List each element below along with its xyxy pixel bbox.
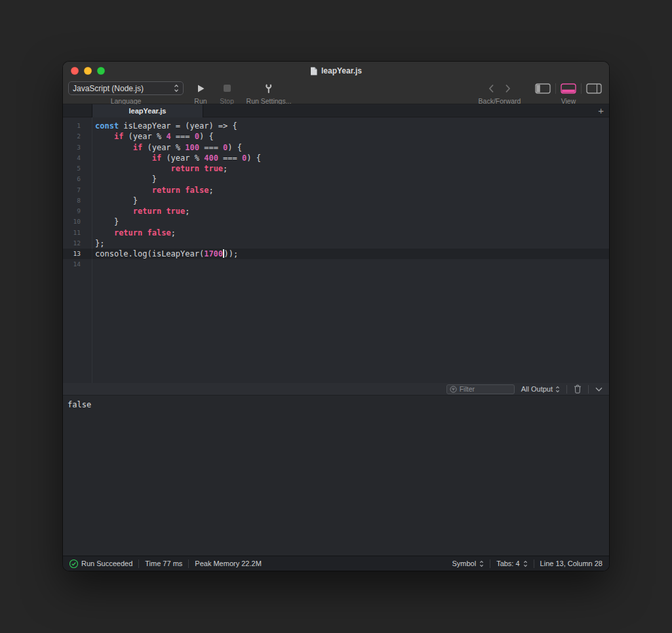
language-select[interactable]: JavaScript (Node.js) (68, 81, 184, 95)
run-button[interactable] (197, 81, 205, 95)
tabs-select[interactable]: Tabs: 4 (496, 560, 527, 567)
code-line-3[interactable]: 3 if (year % 100 === 0) { (63, 142, 609, 153)
run-status: Run Succeeded (69, 560, 132, 568)
line-number: 2 (63, 131, 92, 142)
document-icon (310, 67, 317, 75)
code-line-8[interactable]: 8 } (63, 195, 609, 206)
console-output: false (68, 399, 609, 410)
code-line-14[interactable]: 14 (63, 259, 609, 270)
forward-button[interactable] (505, 84, 511, 93)
strip-divider (566, 385, 567, 394)
line-number: 3 (63, 142, 92, 153)
stop-button[interactable] (224, 81, 231, 95)
view-divider (581, 83, 582, 94)
code-line-13[interactable]: 13console.log(isLeapYear(1700)); (63, 249, 609, 259)
status-divider (138, 560, 139, 568)
language-select-value: JavaScript (Node.js) (73, 84, 144, 93)
window-title-area: leapYear.js (63, 62, 609, 80)
code-line-10[interactable]: 10 } (63, 216, 609, 227)
status-bar: Run Succeeded Time 77 ms Peak Memory 22.… (63, 556, 609, 571)
title-bar: leapYear.js (63, 62, 609, 80)
chevron-updown-icon (479, 560, 484, 567)
wrench-icon (264, 83, 273, 94)
tab-bar: leapYear.js + (63, 104, 609, 117)
status-divider (534, 560, 534, 568)
code-line-6[interactable]: 6 } (63, 174, 609, 184)
memory-label: Peak Memory 22.2M (195, 560, 261, 567)
view-bottom-panel-button[interactable] (561, 83, 576, 94)
cursor-position-label: Line 13, Column 28 (540, 560, 603, 567)
line-number: 11 (63, 228, 92, 238)
filter-field (446, 384, 515, 394)
console-output-pane[interactable]: false (63, 396, 609, 556)
code-line-5[interactable]: 5 return true; (63, 163, 609, 174)
code-line-7[interactable]: 7 return false; (63, 185, 609, 195)
filter-icon (450, 386, 457, 393)
line-number: 9 (63, 206, 92, 216)
code-line-4[interactable]: 4 if (year % 400 === 0) { (63, 153, 609, 163)
run-status-label: Run Succeeded (81, 560, 132, 567)
line-number: 7 (63, 185, 92, 195)
code-line-1[interactable]: 1const isLeapYear = (year) => { (63, 121, 609, 131)
tab-label: leapYear.js (129, 107, 167, 115)
strip-divider (588, 385, 589, 394)
status-divider (490, 560, 490, 568)
chevron-down-icon (595, 387, 603, 392)
collapse-console-button[interactable] (595, 387, 603, 392)
app-window: leapYear.js JavaScript (Node.js) Languag… (63, 62, 609, 571)
clear-console-button[interactable] (574, 384, 582, 394)
line-number: 6 (63, 174, 92, 184)
toolbar: JavaScript (Node.js) Language Run Stop (63, 80, 609, 104)
code-line-2[interactable]: 2 if (year % 4 === 0) { (63, 131, 609, 142)
code-line-9[interactable]: 9 return true; (63, 206, 609, 216)
window-title: leapYear.js (321, 66, 362, 75)
filter-input[interactable] (460, 385, 511, 393)
view-left-panel-button[interactable] (535, 83, 551, 94)
line-number: 5 (63, 163, 92, 174)
add-tab-button[interactable]: + (598, 104, 604, 117)
line-number: 13 (63, 249, 92, 259)
line-number: 12 (63, 238, 92, 249)
console-toolbar: All Output (63, 383, 609, 396)
view-column: View (536, 81, 601, 105)
line-number: 4 (63, 153, 92, 163)
line-number: 14 (63, 259, 92, 270)
code-editor[interactable]: 1const isLeapYear = (year) => {2 if (yea… (63, 117, 609, 383)
trash-icon (574, 384, 582, 394)
run-settings-button[interactable] (264, 81, 273, 95)
success-check-icon (69, 560, 78, 568)
code-line-12[interactable]: 12}; (63, 238, 609, 249)
back-button[interactable] (488, 84, 494, 93)
output-filter-select[interactable]: All Output (521, 385, 560, 393)
run-column: Run (188, 81, 213, 105)
play-icon (197, 84, 205, 93)
run-settings-column: Run Settings... (241, 81, 296, 105)
view-divider (555, 83, 556, 94)
chevron-updown-icon (523, 560, 528, 567)
back-forward-column: Back/Forward (473, 81, 526, 105)
time-label: Time 77 ms (145, 560, 182, 567)
view-right-panel-button[interactable] (586, 83, 602, 94)
line-number: 10 (63, 216, 92, 227)
tab-leapyear-js[interactable]: leapYear.js (92, 104, 203, 117)
output-filter-value: All Output (521, 385, 553, 393)
chevron-updown-icon (174, 84, 179, 92)
chevron-updown-icon (555, 386, 560, 393)
tabs-select-value: Tabs: 4 (496, 560, 519, 567)
stop-icon (224, 85, 231, 92)
line-number: 1 (63, 121, 92, 131)
status-divider (188, 560, 189, 568)
line-number: 8 (63, 195, 92, 206)
language-column: JavaScript (Node.js) Language (68, 81, 184, 105)
symbol-select-value: Symbol (452, 560, 476, 567)
symbol-select[interactable]: Symbol (452, 560, 484, 567)
stop-column: Stop (214, 81, 239, 105)
code-line-11[interactable]: 11 return false; (63, 228, 609, 238)
